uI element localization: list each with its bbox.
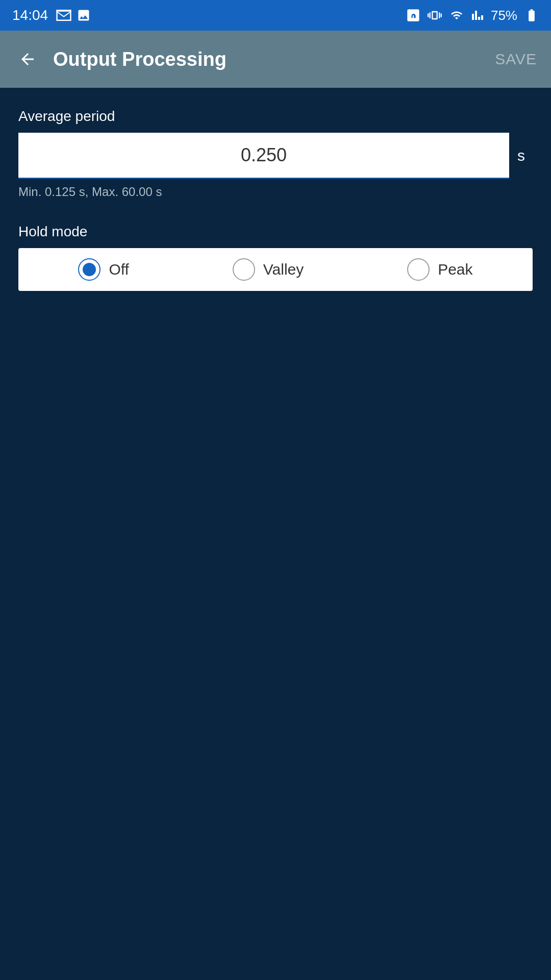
hold-mode-valley-option[interactable]: Valley [233,258,304,281]
hold-mode-off-option[interactable]: Off [78,258,129,281]
save-button[interactable]: SAVE [495,51,537,68]
hold-mode-section: Hold mode Off Valley Peak [18,224,533,291]
hold-mode-label: Hold mode [18,224,533,240]
radio-off-dot [83,263,96,276]
app-bar: Output Processing SAVE [0,31,551,88]
status-bar-left: 14:04 [12,7,91,23]
gmail-icon [56,10,71,21]
status-icons-left [56,8,91,22]
average-period-hint: Min. 0.125 s, Max. 60.00 s [18,185,533,199]
hold-mode-peak-label: Peak [438,261,472,278]
status-time: 14:04 [12,7,48,23]
hold-mode-valley-label: Valley [263,261,304,278]
average-period-input-row: s [18,133,533,179]
back-button[interactable] [14,46,41,72]
radio-peak-circle [407,258,430,281]
hold-mode-peak-option[interactable]: Peak [407,258,472,281]
unit-label: s [517,147,533,164]
status-bar: 14:04 75% [0,0,551,31]
hold-mode-off-label: Off [109,261,129,278]
battery-icon [524,8,539,22]
nfc-icon [406,8,420,22]
radio-off-circle [78,258,101,281]
wifi-icon [449,9,464,21]
content-area: Average period s Min. 0.125 s, Max. 60.0… [0,88,551,311]
signal-icon [471,8,484,22]
page-title: Output Processing [53,48,483,70]
radio-valley-circle [233,258,255,281]
image-icon [77,8,91,22]
average-period-label: Average period [18,108,533,125]
average-period-section: Average period s Min. 0.125 s, Max. 60.0… [18,108,533,199]
status-bar-right: 75% [406,8,539,23]
average-period-input[interactable] [18,133,509,179]
hold-mode-radio-group: Off Valley Peak [18,248,533,291]
battery-percentage: 75% [491,8,517,23]
vibrate-icon [428,8,442,22]
back-arrow-icon [18,50,37,68]
